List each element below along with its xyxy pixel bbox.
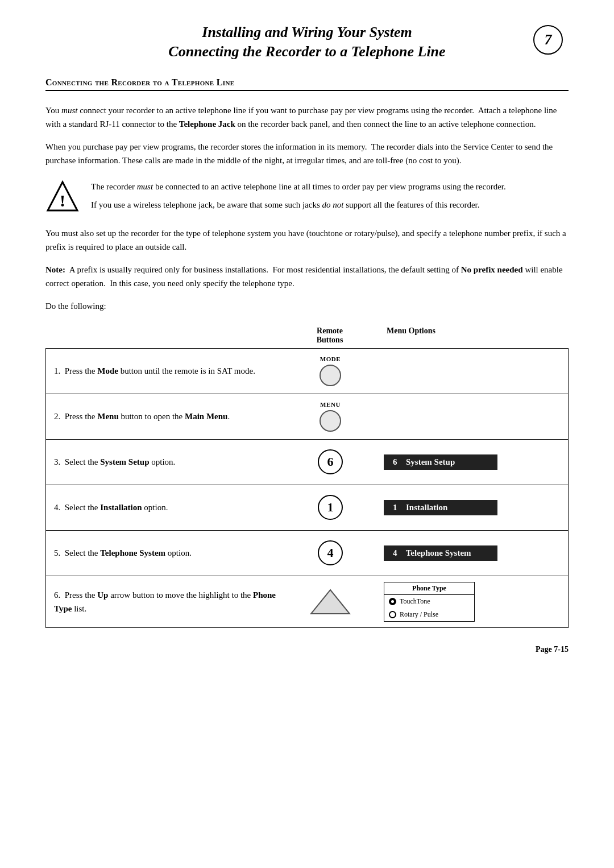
step-2-menu bbox=[376, 411, 568, 422]
step-3-text: 3. Select the System Setup option. bbox=[46, 448, 285, 476]
step-1-menu bbox=[376, 365, 568, 377]
page-header: Installing and Wiring Your System Connec… bbox=[45, 23, 569, 61]
table-row: 6. Press the Up arrow button to move the… bbox=[46, 576, 568, 627]
table-row: 5. Select the Telephone System option. 4… bbox=[46, 531, 568, 576]
svg-marker-2 bbox=[311, 590, 350, 614]
header-title: Installing and Wiring Your System Connec… bbox=[45, 23, 569, 61]
installation-menu-option: 1 Installation bbox=[384, 500, 497, 515]
telephone-system-menu-option: 4 Telephone System bbox=[384, 545, 497, 561]
step-2-button: MENU bbox=[285, 395, 376, 437]
step-4-text: 4. Select the Installation option. bbox=[46, 494, 285, 521]
steps-col2-header: Remote Buttons bbox=[284, 326, 375, 345]
step-3-menu: 6 System Setup bbox=[376, 449, 568, 476]
step-5-text: 5. Select the Telephone System option. bbox=[46, 539, 285, 567]
table-row: 1. Press the Mode button until the remot… bbox=[46, 349, 568, 394]
steps-col1-header bbox=[45, 326, 284, 345]
phone-type-box: Phone Type TouchTone Rotary / Pulse bbox=[384, 582, 475, 622]
svg-text:!: ! bbox=[60, 191, 65, 210]
steps-header: Remote Buttons Menu Options bbox=[45, 326, 569, 345]
table-row: 2. Press the Menu button to open the Mai… bbox=[46, 394, 568, 440]
step-5-button: 4 bbox=[285, 535, 376, 571]
chapter-badge: 7 bbox=[533, 25, 563, 55]
number-1-button: 1 bbox=[318, 495, 343, 520]
warning-text: The recorder must be connected to an act… bbox=[91, 180, 506, 212]
table-row: 4. Select the Installation option. 1 1 I… bbox=[46, 485, 568, 531]
step-6-text: 6. Press the Up arrow button to move the… bbox=[46, 581, 285, 622]
step-4-menu: 1 Installation bbox=[376, 494, 568, 521]
paragraph-2: When you purchase pay per view programs,… bbox=[45, 140, 569, 167]
step-6-menu: Phone Type TouchTone Rotary / Pulse bbox=[376, 576, 568, 627]
steps-section: Remote Buttons Menu Options 1. Press the… bbox=[45, 326, 569, 628]
step-5-menu: 4 Telephone System bbox=[376, 540, 568, 567]
paragraph-4-note: Note: A prefix is usually required only … bbox=[45, 263, 569, 290]
system-setup-menu-option: 6 System Setup bbox=[384, 454, 497, 470]
warning-icon: ! bbox=[45, 180, 80, 214]
paragraph-3: You must also set up the recorder for th… bbox=[45, 226, 569, 254]
steps-col3-header: Menu Options bbox=[375, 326, 569, 345]
step-1-text: 1. Press the Mode button until the remot… bbox=[46, 357, 285, 385]
table-row: 3. Select the System Setup option. 6 6 S… bbox=[46, 440, 568, 485]
touchtone-option: TouchTone bbox=[384, 595, 474, 608]
warning-box: ! The recorder must be connected to an a… bbox=[45, 180, 569, 214]
step-3-button: 6 bbox=[285, 444, 376, 480]
section-heading: Connecting the Recorder to a Telephone L… bbox=[45, 77, 569, 91]
do-following: Do the following: bbox=[45, 299, 569, 313]
touchtone-radio bbox=[389, 598, 396, 605]
number-6-button: 6 bbox=[318, 449, 343, 474]
page-footer: Page 7-15 bbox=[45, 645, 569, 654]
up-arrow-button-icon bbox=[308, 588, 353, 616]
rotary-pulse-option: Rotary / Pulse bbox=[384, 608, 474, 621]
step-6-button bbox=[285, 582, 376, 622]
paragraph-1: You must connect your recorder to an act… bbox=[45, 104, 569, 131]
menu-button-icon bbox=[320, 410, 341, 432]
step-4-button: 1 bbox=[285, 489, 376, 526]
phone-type-header: Phone Type bbox=[384, 582, 474, 595]
step-1-button: MODE bbox=[285, 350, 376, 392]
number-4-button: 4 bbox=[318, 540, 343, 565]
mode-button-icon bbox=[320, 365, 341, 386]
step-2-text: 2. Press the Menu button to open the Mai… bbox=[46, 403, 285, 430]
steps-table: 1. Press the Mode button until the remot… bbox=[45, 348, 569, 628]
rotary-radio bbox=[389, 611, 396, 618]
